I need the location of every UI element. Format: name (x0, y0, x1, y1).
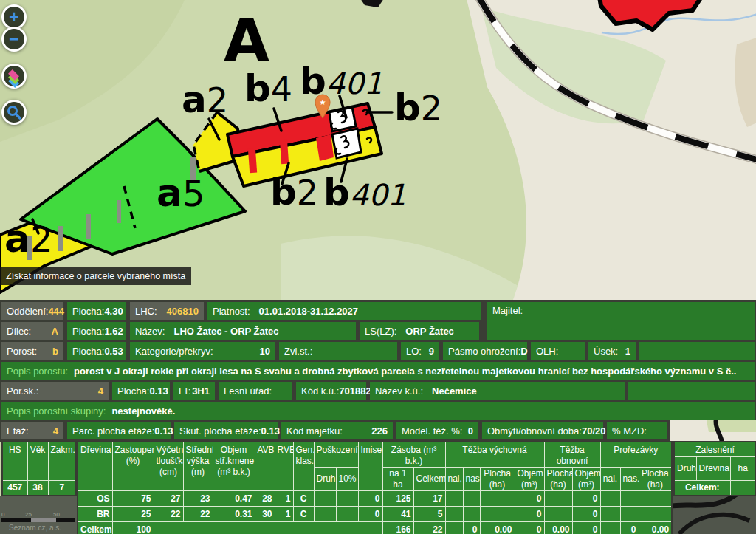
field-kod-majetku: Kód majetku:226 (281, 422, 393, 439)
col-hs: HS (2, 442, 27, 480)
search-button[interactable] (1, 100, 27, 125)
field-skut-plocha-etaze: Skut. plocha etáže:0.13 (174, 422, 278, 439)
col-avb: AVB (255, 442, 275, 491)
colgroup-tezba-vychovna: Těžba výchovná (445, 442, 544, 468)
field-kategorie: Kategorie/překryv:10 (130, 342, 275, 360)
field-lhc: LHC:406810 (130, 302, 204, 320)
col-druh: Druh (314, 468, 336, 491)
field-oddeleni: Oddělení:444 (1, 302, 63, 320)
layers-button[interactable] (1, 64, 27, 89)
zoom-out-button[interactable]: − (1, 27, 27, 52)
map-label-a2-top: a2 (182, 83, 228, 117)
col-nas-prorezavky: nas. (620, 468, 639, 491)
panel-row-7: Etáž:4 Parc. plocha etáže:0.13 Skut. plo… (1, 422, 667, 439)
field-zvlst: Zvl.st.: (279, 342, 397, 360)
field-nazev: Název:LHO Žatec - ORP Žatec (130, 322, 356, 340)
map-label-b401-top: b401 (300, 65, 382, 98)
col-nal-prorezavky: nal. (600, 468, 620, 491)
field-mzd: % MZD: (607, 422, 667, 439)
zoom-in-button[interactable]: + (1, 4, 27, 30)
field-row5-filler (628, 382, 755, 400)
col-stredni-vyska: Střední výška (m) (183, 442, 213, 491)
col-imise: Imise (358, 442, 382, 491)
stand-table: Dřevina Zastoupení (%) Výčetní tloušťka … (77, 441, 673, 534)
col-objem-vychovna: Objem (m³) (515, 468, 544, 491)
field-lesni-urad: Lesní úřad: (219, 382, 292, 400)
field-nazev-ku: Název k.ú.:Nečemice (370, 382, 625, 400)
col-10pct: 10% (336, 468, 358, 491)
field-model-tez: Model. těž. %:0 (396, 422, 478, 439)
field-platnost: Platnost:01.01.2018-31.12.2027 (207, 302, 481, 320)
col-zalesneni-druh: Druh (674, 456, 696, 480)
col-zalesneni-ha: ha (730, 456, 756, 480)
field-porost: Porost:b (1, 342, 63, 360)
map-label-A: A (224, 15, 269, 68)
field-lo: LO:9 (401, 342, 439, 360)
col-objem-obnovni: Objem (m³) (572, 468, 600, 491)
col-na-1-ha: na 1 ha (382, 468, 413, 491)
col-celkem: Celkem (413, 468, 445, 491)
field-popis-skupiny: Popis porostní skupiny:nestejnověké. (1, 402, 755, 420)
field-obmyti: Obmýtí/obnovní doba:70/20 (482, 422, 603, 439)
colgroup-tezba-obnovni: Těžba obnovní (544, 442, 600, 468)
field-plocha-porsk: Plocha:0.13 (112, 382, 170, 400)
field-etaz: Etáž:4 (1, 422, 63, 439)
field-porsk: Por.sk.:4 (1, 382, 109, 400)
search-icon (7, 105, 21, 120)
table-row-zalesneni-total: Celkem: (674, 480, 756, 496)
table-row-total: Celkem: 100 166 22 0 0.00 0 0.00 0 0 0.0… (78, 522, 672, 534)
panel-row-3: Porost:b Plocha:0.53 Kategorie/překryv:1… (1, 342, 755, 360)
field-plocha-dilec: Plocha:1.62 (67, 322, 126, 340)
table-row-br: BR2522 220.3130 1C 041 5 0 0 (78, 507, 672, 522)
field-parc-plocha-etaze: Parc. plocha etáže:0.13 (67, 422, 171, 439)
table-row: 457 38 7 (2, 480, 76, 496)
field-plocha-porost: Plocha:0.53 (67, 342, 126, 360)
field-usek: Úsek:1 (588, 342, 636, 360)
col-zakm: Zakm. (48, 442, 76, 480)
col-zalesneni-drevina: Dřevina (696, 456, 730, 480)
map-label-b2-right: b2 (394, 92, 442, 125)
col-zastoupeni: Zastoupení (%) (112, 442, 154, 491)
table-row-os: OS7527 230.4728 1C 0125 17 0 0 (78, 491, 672, 507)
field-olh: OLH: (531, 342, 585, 360)
field-lt: LT:3H1 (173, 382, 215, 400)
field-lslz: LS(LZ):ORP Žatec (360, 322, 479, 340)
field-kod-ku: Kód k.ú.:701882 (296, 382, 366, 400)
map-label-a5: a5 (157, 176, 205, 210)
colgroup-prorezavky: Prořezávky (600, 442, 672, 468)
minus-icon: − (9, 31, 18, 48)
panel-row-2: Dílec:A Plocha:1.62 Název:LHO Žatec - OR… (1, 322, 479, 340)
layers-icon (7, 69, 21, 83)
zalesneni-table: Zalesnění Druh Dřevina ha Celkem: (673, 441, 756, 496)
col-vek: Věk (27, 442, 48, 480)
col-objem-kmene: Objem stř.kmene (m³ b.k.) (213, 442, 255, 491)
map-label-b4: b4 (244, 72, 292, 106)
panel-row-1: Oddělení:444 Plocha:4.30 LHC:406810 Plat… (1, 302, 481, 320)
col-vycetni-tloustka: Výčetní tloušťka (cm) (154, 442, 183, 491)
col-plocha-obnovni: Plocha (ha) (544, 468, 572, 491)
field-pasmo-ohrozeni: Pásmo ohrožení:D (443, 342, 527, 360)
field-row3-filler (639, 342, 755, 360)
colgroup-zasoba: Zásoba (m³ b.k.) (382, 442, 445, 468)
colgroup-zalesneni: Zalesnění (674, 442, 756, 456)
field-popis-porostu: Popis porostu:porost v J okraji rokle př… (1, 362, 755, 380)
col-rvb: RVB (275, 442, 293, 491)
map-attribution: Seznam.cz, a.s. (9, 524, 61, 532)
plus-icon: + (9, 9, 18, 26)
col-gen-klas: Gen. klas. (293, 442, 314, 491)
map-label-b401-bottom: b401 (323, 177, 406, 210)
col-plocha-vychovna: Plocha (ha) (480, 468, 515, 491)
panel-row-5: Por.sk.:4 Plocha:0.13 LT:3H1 Lesní úřad:… (1, 382, 755, 400)
colgroup-poskozeni: Poškození (314, 442, 358, 468)
field-majitel: Majitel: (487, 302, 755, 340)
map-tooltip: Získat informace o parcele vybraného mís… (0, 267, 191, 285)
col-nal-vychovna: nal. (445, 468, 463, 491)
col-plocha-prorezavky: Plocha (ha) (639, 468, 672, 491)
map-label-b2-bottom: b2 (270, 176, 318, 209)
col-nas-vychovna: nas. (463, 468, 480, 491)
col-drevina: Dřevina (78, 442, 112, 491)
field-plocha-oddeleni: Plocha:4.30 (67, 302, 126, 320)
field-dilec: Dílec:A (1, 322, 63, 340)
hs-table: HS Věk Zakm. 457 38 7 (1, 441, 77, 496)
map-label-a2-bottomleft: a2 (4, 222, 53, 256)
